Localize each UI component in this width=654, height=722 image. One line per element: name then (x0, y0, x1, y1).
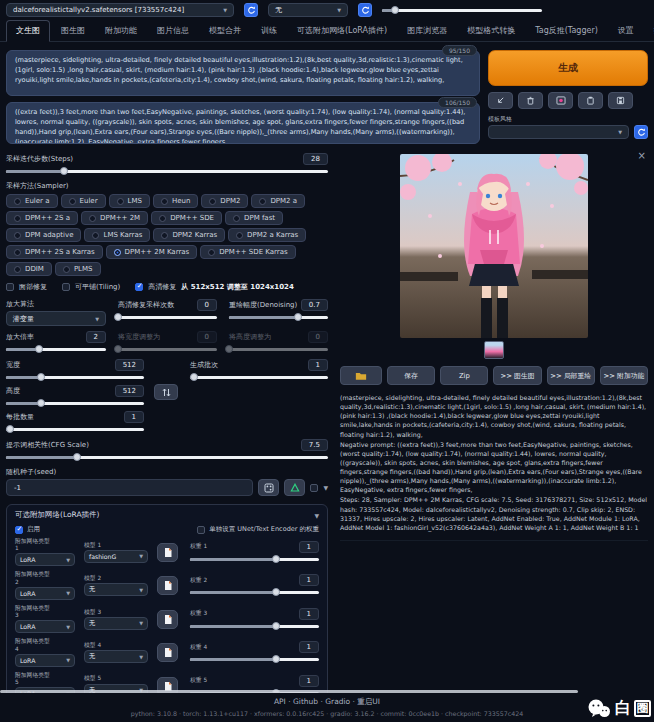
tab-扩展[interactable]: 扩展 (645, 21, 654, 41)
height-value[interactable]: 512 (115, 385, 144, 397)
refresh-styles-button[interactable] (634, 125, 648, 139)
tab-训练[interactable]: 训练 (252, 21, 286, 41)
tab-设置[interactable]: 设置 (609, 21, 643, 41)
steps-value[interactable]: 28 (303, 153, 328, 165)
footer-link[interactable]: 重启UI (357, 697, 380, 706)
denoising-slider[interactable] (229, 313, 328, 322)
style-select[interactable]: ▼ (488, 125, 629, 139)
checkpoint-select[interactable]: dalceforealistictallyv2.safetensors [733… (6, 3, 234, 17)
lora-model-select[interactable]: 无▼ (84, 583, 148, 596)
lora-file-button[interactable] (157, 576, 178, 595)
tab-模型格式转换[interactable]: 模型格式转换 (458, 21, 524, 41)
sampler-option[interactable]: DPM++ 2S a Karras (6, 245, 103, 259)
lora-type-select[interactable]: LoRA▼ (15, 620, 75, 633)
lora-separate-weights-checkbox[interactable] (197, 526, 205, 534)
lora-weight-slider[interactable] (190, 655, 319, 664)
gallery-action-button[interactable]: >> 局部重绘 (547, 366, 595, 385)
reuse-seed-button[interactable] (284, 479, 305, 496)
tiling-checkbox[interactable] (62, 283, 70, 291)
tab-图库浏览器[interactable]: 图库浏览器 (398, 21, 456, 41)
sampler-option[interactable]: DPM2 Karras (153, 228, 225, 242)
sampler-option[interactable]: DPM adaptive (6, 228, 81, 242)
steps-slider[interactable] (6, 167, 328, 176)
hires-fix-checkbox[interactable] (135, 283, 143, 291)
lora-file-button[interactable] (157, 543, 178, 562)
batch-size-value[interactable]: 1 (124, 411, 144, 423)
gallery-action-button[interactable]: >> 附加功能 (600, 366, 648, 385)
tab-图生图[interactable]: 图生图 (52, 21, 94, 41)
restore-params-button[interactable] (488, 92, 513, 109)
lora-weight-slider[interactable] (190, 555, 319, 564)
sampler-option[interactable]: LMS Karras (84, 228, 150, 242)
sampler-option[interactable]: DPM++ 2S a (6, 211, 78, 225)
batch-size-slider[interactable] (6, 425, 144, 434)
upscale-by-slider[interactable] (6, 345, 106, 354)
sampler-option[interactable]: PLMS (55, 262, 101, 276)
restore-faces-checkbox[interactable] (6, 283, 14, 291)
lora-weight-value[interactable]: 1 (299, 675, 319, 687)
lora-model-select[interactable]: 无▼ (84, 650, 148, 663)
gallery-action-button[interactable]: 保存 (387, 366, 435, 385)
seed-extras-toggle[interactable]: ▼ (323, 484, 328, 491)
save-style-button[interactable] (608, 92, 633, 109)
extra-seed-checkbox[interactable] (310, 484, 318, 492)
sampler-option[interactable]: Euler a (6, 194, 58, 208)
clear-prompt-button[interactable] (518, 92, 543, 109)
gallery-action-button[interactable]: Zip (440, 366, 488, 385)
swap-dimensions-button[interactable] (154, 384, 178, 400)
batch-count-value[interactable]: 1 (308, 359, 328, 371)
upscaler-select[interactable]: 潜变量▼ (6, 311, 106, 326)
tab-Tag反推(Tagger)[interactable]: Tag反推(Tagger) (526, 21, 607, 41)
gallery-thumbnail[interactable] (484, 341, 504, 359)
hires-steps-slider[interactable] (118, 313, 217, 322)
lora-enable-checkbox[interactable] (15, 526, 23, 534)
upscale-by-value[interactable]: 2 (86, 331, 106, 343)
tab-图片信息[interactable]: 图片信息 (148, 21, 198, 41)
prompt-input[interactable]: (masterpiece, sidelighting, ultra-detail… (6, 50, 480, 96)
close-gallery-button[interactable]: × (638, 150, 646, 161)
lora-model-select[interactable]: fashionG▼ (84, 550, 148, 563)
tab-文生图[interactable]: 文生图 (6, 20, 50, 42)
height-slider[interactable] (6, 399, 144, 408)
lora-weight-slider[interactable] (190, 588, 319, 597)
lora-file-button[interactable] (157, 643, 178, 662)
negative-prompt-input[interactable]: ((extra feet)),3 feet,more than two feet… (6, 102, 480, 144)
sampler-option[interactable]: DPM fast (225, 211, 283, 225)
sampler-option[interactable]: DPM++ SDE Karras (200, 245, 295, 259)
lora-type-select[interactable]: LoRA▼ (15, 553, 75, 566)
sampler-option[interactable]: DPM2 (201, 194, 248, 208)
sampler-option[interactable]: Euler (61, 194, 106, 208)
random-seed-button[interactable] (258, 479, 279, 496)
gallery-action-button[interactable]: >> 图生图 (493, 366, 541, 385)
sampler-option[interactable]: Heun (153, 194, 198, 208)
width-slider[interactable] (6, 373, 144, 382)
footer-link[interactable]: API (274, 697, 286, 706)
sampler-option[interactable]: DDIM (6, 262, 52, 276)
extra-networks-button[interactable] (548, 92, 573, 109)
clip-skip-slider[interactable] (382, 6, 542, 15)
sampler-option[interactable]: LMS (109, 194, 150, 208)
denoising-value[interactable]: 0.7 (301, 299, 328, 311)
tab-可选附加网络(LoRA插件)[interactable]: 可选附加网络(LoRA插件) (288, 21, 396, 41)
open-folder-button[interactable] (340, 366, 382, 385)
lora-weight-value[interactable]: 1 (299, 608, 319, 620)
refresh-vae-button[interactable] (358, 3, 372, 17)
sampler-option[interactable]: DPM2 a (251, 194, 305, 208)
sampler-option[interactable]: DPM++ SDE (151, 211, 222, 225)
lora-file-button[interactable] (157, 610, 178, 629)
apply-style-button[interactable] (578, 92, 603, 109)
lora-weight-slider[interactable] (190, 622, 319, 631)
lora-type-select[interactable]: LoRA▼ (15, 654, 75, 667)
refresh-checkpoint-button[interactable] (244, 3, 258, 17)
seed-input[interactable]: -1 (6, 479, 253, 496)
cfg-value[interactable]: 7.5 (301, 439, 328, 451)
sampler-option[interactable]: DPM++ 2M Karras (106, 245, 198, 259)
lora-type-select[interactable]: LoRA▼ (15, 587, 75, 600)
cfg-slider[interactable] (6, 453, 328, 462)
tab-附加功能[interactable]: 附加功能 (96, 21, 146, 41)
batch-count-slider[interactable] (190, 373, 328, 382)
lora-panel-collapse[interactable]: ▼ (314, 512, 319, 519)
lora-weight-value[interactable]: 1 (299, 574, 319, 586)
hires-steps-value[interactable]: 0 (197, 299, 217, 311)
width-value[interactable]: 512 (115, 359, 144, 371)
